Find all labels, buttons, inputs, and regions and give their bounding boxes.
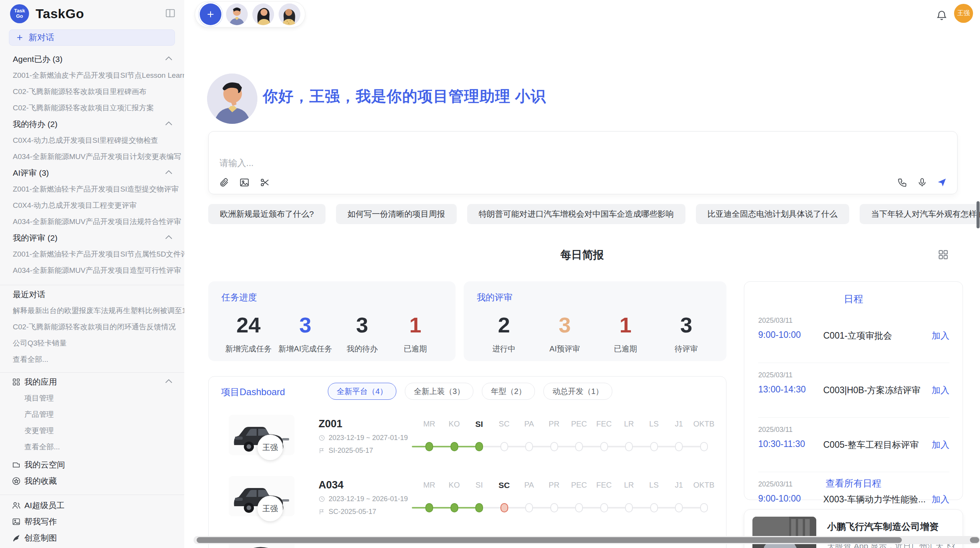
agent-avatar-2[interactable] bbox=[252, 3, 274, 25]
vertical-scrollbar-thumb[interactable] bbox=[977, 201, 980, 228]
flag-icon bbox=[319, 509, 325, 515]
assistant-avatar bbox=[207, 74, 257, 124]
milestone-dot bbox=[675, 442, 683, 451]
event-date: 2025/03/11 bbox=[758, 317, 793, 325]
stat-item: 3新增AI完成任务 bbox=[278, 313, 332, 354]
suggestion-chip[interactable]: 如何写一份清晰的项目周报 bbox=[336, 204, 457, 224]
stat-columns: 24新增完成任务3新增AI完成任务3我的待办1已逾期 bbox=[221, 313, 442, 354]
sidebar-task-item[interactable]: Z001-全新燃油轻卡产品开发项目SI节点属性5D文件评审 bbox=[0, 246, 184, 262]
stat-label: 已逾期 bbox=[392, 344, 439, 354]
cloud-space-icon bbox=[12, 460, 21, 469]
app-menu-item[interactable]: 项目管理 bbox=[0, 390, 184, 406]
agent-switcher bbox=[195, 1, 305, 27]
dashboard-tab[interactable]: 全新上装（3） bbox=[405, 383, 473, 400]
ai-tools: AI超级员工帮我写作创意制图 bbox=[0, 497, 184, 546]
project-flag: SC-2025-05-17 bbox=[319, 508, 376, 516]
my-favorites-item[interactable]: 我的收藏 bbox=[0, 473, 184, 489]
clock-icon bbox=[319, 496, 325, 502]
milestone-dot bbox=[525, 503, 533, 512]
divider bbox=[0, 372, 184, 373]
recent-chat-item[interactable]: C02-飞腾新能源轻客改款项目的闭环通告反馈情况 bbox=[0, 319, 184, 335]
event-date: 2025/03/11 bbox=[758, 426, 793, 434]
stat-label: 新增AI完成任务 bbox=[278, 344, 332, 354]
project-row[interactable]: 王强A0342023-12-19 ~ 2026-01-19SC-2025-05-… bbox=[209, 476, 727, 526]
milestone-dot bbox=[575, 442, 583, 451]
dashboard-tab[interactable]: 动总开发（1） bbox=[543, 383, 612, 400]
join-link[interactable]: 加入 bbox=[932, 493, 949, 505]
sidebar-section-header[interactable]: Agent已办 (3) bbox=[0, 51, 184, 67]
stat-columns: 2进行中3AI预评审1已逾期3待评审 bbox=[477, 313, 713, 354]
chevron-up-icon bbox=[165, 379, 173, 384]
suggestion-chip[interactable]: 欧洲新规最近颁布了什么? bbox=[208, 204, 326, 224]
add-agent-button[interactable] bbox=[200, 3, 221, 25]
recent-chat-item[interactable]: 公司Q3轻卡销量 bbox=[0, 335, 184, 351]
sidebar-task-item[interactable]: A034-全新新能源MUV产品开发项目计划变更表编写 bbox=[0, 149, 184, 165]
suggestion-chip[interactable]: 比亚迪全固态电池计划具体说了什么 bbox=[696, 204, 849, 224]
suggestion-chips: 欧洲新规最近颁布了什么?如何写一份清晰的项目周报特朗普可能对进口汽车增税会对中国… bbox=[208, 204, 980, 224]
recent-chat-item[interactable]: 解释最新出台的欧盟报废车法规再生塑料比例被调至15%... bbox=[0, 303, 184, 319]
milestone-dot bbox=[425, 442, 433, 451]
view-all-chats-link[interactable]: 查看全部... bbox=[0, 351, 184, 368]
sidebar-task-item[interactable]: Z001-全新燃油轻卡产品开发项目SI造型提交物评审 bbox=[0, 181, 184, 197]
chat-input[interactable]: 请输入... bbox=[219, 157, 254, 169]
sidebar-task-item[interactable]: A034-全新新能源MUV产品开发项目法规符合性评审 bbox=[0, 214, 184, 230]
stat-card-title: 任务进度 bbox=[221, 291, 442, 303]
app-menu-item[interactable]: 查看全部... bbox=[0, 439, 184, 455]
sidebar-task-item[interactable]: C02-飞腾新能源轻客改款项目里程碑画布 bbox=[0, 84, 184, 100]
user-avatar[interactable]: 王强 bbox=[954, 4, 973, 23]
milestone-dot bbox=[700, 442, 708, 451]
event-date: 2025/03/11 bbox=[758, 371, 793, 379]
send-icon[interactable] bbox=[937, 177, 947, 188]
join-link[interactable]: 加入 bbox=[932, 330, 949, 342]
scissors-icon[interactable] bbox=[260, 177, 270, 188]
milestone-line-done bbox=[412, 446, 479, 447]
milestone-dot bbox=[600, 503, 608, 512]
agent-avatar-1[interactable] bbox=[226, 3, 248, 25]
brief-layout-icon[interactable] bbox=[937, 249, 949, 260]
sidebar-section-header[interactable]: 我的待办 (2) bbox=[0, 116, 184, 132]
sidebar-task-item[interactable]: A034-全新新能源MUV产品开发项目造型可行性评审 bbox=[0, 262, 184, 279]
stat-item: 24新增完成任务 bbox=[225, 313, 272, 354]
phone-call-icon[interactable] bbox=[897, 177, 908, 188]
new-chat-button[interactable]: 新对话 bbox=[9, 29, 175, 46]
attach-icon[interactable] bbox=[219, 177, 229, 188]
sidebar-task-item[interactable]: C02-飞腾新能源轻客改款项目立项汇报方案 bbox=[0, 100, 184, 116]
tool-item-创意制图[interactable]: 创意制图 bbox=[0, 530, 184, 546]
suggestion-chip[interactable]: 特朗普可能对进口汽车增税会对中国车企造成哪些影响 bbox=[467, 204, 685, 224]
join-link[interactable]: 加入 bbox=[932, 439, 949, 451]
my-cloud-space-item[interactable]: 我的云空间 bbox=[0, 457, 184, 473]
notifications-bell-icon[interactable] bbox=[936, 9, 947, 21]
schedule-title: 日程 bbox=[744, 293, 963, 305]
tool-item-AI超级员工[interactable]: AI超级员工 bbox=[0, 497, 184, 514]
dashboard-title: 项目Dashboard bbox=[221, 386, 285, 398]
app-menu-item[interactable]: 产品管理 bbox=[0, 406, 184, 423]
project-code: A034 bbox=[319, 479, 344, 491]
horizontal-scrollbar-fragment[interactable] bbox=[970, 537, 979, 543]
horizontal-scrollbar-thumb[interactable] bbox=[197, 537, 902, 543]
divider bbox=[0, 285, 184, 285]
join-link[interactable]: 加入 bbox=[932, 384, 949, 396]
sidebar-task-item[interactable]: C0X4-动力总成开发项目工程变更评审 bbox=[0, 197, 184, 214]
sidebar-collapse-icon[interactable] bbox=[165, 8, 176, 19]
image-upload-icon[interactable] bbox=[239, 177, 250, 188]
agent-avatar-3[interactable] bbox=[279, 3, 300, 25]
view-all-schedule-link[interactable]: 查看所有日程 bbox=[744, 477, 963, 490]
milestone-dot bbox=[650, 442, 658, 451]
my-apps-header[interactable]: 我的应用 bbox=[0, 374, 184, 390]
sidebar-task-item[interactable]: Z001-全新燃油皮卡产品开发项目SI节点Lesson Learn报告 bbox=[0, 67, 184, 84]
stat-value: 1 bbox=[392, 313, 439, 337]
recent-chats-header[interactable]: 最近对话 bbox=[0, 286, 184, 303]
chevron-up-icon bbox=[165, 235, 173, 240]
app-menu-item[interactable]: 变更管理 bbox=[0, 423, 184, 439]
milestone-dot bbox=[500, 503, 508, 512]
microphone-icon[interactable] bbox=[917, 177, 927, 188]
suggestion-chip[interactable]: 当下年轻人对汽车外观有怎样的喜好趋势 bbox=[860, 204, 980, 224]
dashboard-tab[interactable]: 年型（2） bbox=[482, 383, 535, 400]
project-row[interactable]: 王强Z0012023-12-19 ~ 2027-01-19SI-2025-05-… bbox=[209, 415, 727, 465]
sidebar-section-header[interactable]: AI评审 (3) bbox=[0, 165, 184, 181]
dashboard-tab[interactable]: 全新平台（4） bbox=[328, 383, 396, 400]
tool-item-帮我写作[interactable]: 帮我写作 bbox=[0, 514, 184, 530]
sidebar-section-header[interactable]: 我的评审 (2) bbox=[0, 230, 184, 246]
sidebar-sections: Agent已办 (3)Z001-全新燃油皮卡产品开发项目SI节点Lesson L… bbox=[0, 46, 184, 279]
sidebar-task-item[interactable]: C0X4-动力总成开发项目SI里程碑提交物检查 bbox=[0, 132, 184, 149]
